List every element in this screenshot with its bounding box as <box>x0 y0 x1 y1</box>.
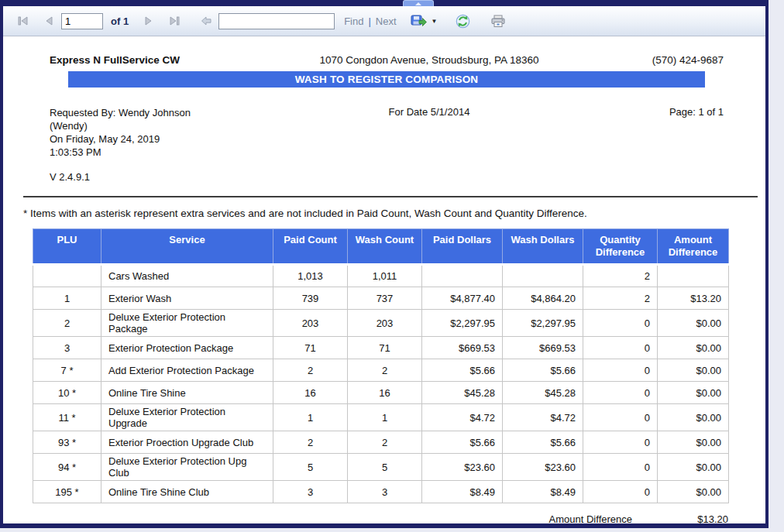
table-cell: 0 <box>583 359 658 382</box>
collapse-panel-tab[interactable] <box>403 0 434 6</box>
table-cell: 94 * <box>33 454 101 481</box>
refresh-icon <box>456 14 470 29</box>
comparison-table: PLU Service Paid Count Wash Count Paid D… <box>33 228 729 503</box>
first-page-icon <box>17 15 29 26</box>
table-cell: 203 <box>348 310 422 337</box>
table-cell: $45.28 <box>503 382 583 404</box>
table-cell: $4.72 <box>422 404 503 431</box>
report-page: Express N FullService CW 1070 Congdon Av… <box>3 37 765 523</box>
column-header-paid-dollars: Paid Dollars <box>422 229 503 265</box>
company-phone: (570) 424-9687 <box>576 54 724 66</box>
export-save-icon <box>411 15 428 28</box>
table-cell: 0 <box>583 481 658 503</box>
table-cell: 737 <box>348 287 422 310</box>
table-cell: 1,013 <box>273 265 348 287</box>
table-cell: 2 <box>33 310 101 337</box>
table-row: Cars Washed1,0131,0112 <box>33 265 729 287</box>
next-page-button[interactable] <box>143 14 155 28</box>
table-cell: Exterior Protection Package <box>101 337 273 359</box>
table-cell: 3 <box>348 481 422 503</box>
table-cell: 5 <box>348 454 422 481</box>
table-cell <box>503 265 583 287</box>
table-cell: Cars Washed <box>101 265 273 287</box>
table-row: 94 *Deluxe Exterior Protection Upg Club5… <box>33 454 729 481</box>
table-cell: 0 <box>583 337 658 359</box>
table-cell: $0.00 <box>658 337 729 359</box>
horizontal-rule <box>23 196 758 197</box>
table-row: 1Exterior Wash739737$4,877.40$4,864.202$… <box>33 287 729 310</box>
first-page-button[interactable] <box>15 14 30 28</box>
table-cell: $0.00 <box>658 310 729 337</box>
table-cell: 71 <box>348 337 422 359</box>
table-cell: $23.60 <box>422 454 503 481</box>
next-match-link[interactable]: Next <box>376 15 397 27</box>
info-line: (Wendy) <box>50 119 282 132</box>
table-cell: $5.66 <box>503 431 583 454</box>
previous-page-button[interactable] <box>43 14 55 28</box>
table-cell <box>33 265 101 287</box>
report-info-row: Requested By: Wendy Johnson(Wendy)On Fri… <box>50 106 724 159</box>
column-header-amount-difference: Amount Difference <box>658 229 729 265</box>
column-header-wash-count: Wash Count <box>348 229 422 265</box>
info-line: On Friday, May 24, 2019 <box>50 132 282 146</box>
info-line: Requested By: Wendy Johnson <box>50 106 282 119</box>
table-cell: Online Tire Shine <box>101 382 273 404</box>
table-cell: $4.72 <box>503 404 583 431</box>
table-cell: 2 <box>348 431 422 454</box>
table-cell: 93 * <box>33 431 101 454</box>
page-of-label: Page: 1 of 1 <box>576 106 724 159</box>
table-cell: 1 <box>348 404 422 431</box>
table-cell: $45.28 <box>422 382 503 404</box>
table-cell: $8.49 <box>422 481 503 503</box>
table-row: 10 *Online Tire Shine1616$45.28$45.280$0… <box>33 382 729 404</box>
table-cell: 2 <box>273 359 348 382</box>
table-row: 195 *Online Tire Shine Club33$8.49$8.490… <box>33 481 729 503</box>
table-row: 2Deluxe Exterior Protection Package20320… <box>33 310 729 337</box>
table-cell: $0.00 <box>658 404 729 431</box>
table-cell: $23.60 <box>503 454 583 481</box>
table-cell: 3 <box>33 337 101 359</box>
company-address: 1070 Congdon Avenue, Stroudsburg, PA 183… <box>282 54 576 66</box>
previous-page-icon <box>44 15 53 26</box>
export-dropdown-caret[interactable]: ▼ <box>432 18 438 25</box>
table-cell: 0 <box>583 431 658 454</box>
asterisk-note: * Items with an asterisk represent extra… <box>23 208 765 219</box>
search-input[interactable] <box>218 13 335 29</box>
table-cell: 195 * <box>33 481 101 503</box>
table-cell: Online Tire Shine Club <box>101 481 273 503</box>
table-cell: $669.53 <box>503 337 583 359</box>
table-cell: Exterior Proection Upgrade Club <box>101 431 273 454</box>
export-button[interactable] <box>409 13 429 29</box>
table-cell: $2,297.95 <box>422 310 503 337</box>
report-header-row: Express N FullService CW 1070 Congdon Av… <box>50 54 724 66</box>
table-cell: Add Exterior Protection Package <box>101 359 273 382</box>
table-cell: 3 <box>273 481 348 503</box>
table-cell: 0 <box>583 310 658 337</box>
column-header-wash-dollars: Wash Dollars <box>503 229 583 265</box>
page-count-label: of 1 <box>111 15 129 27</box>
table-header-row: PLU Service Paid Count Wash Count Paid D… <box>33 229 729 265</box>
table-cell: 2 <box>583 265 658 287</box>
page-number-input[interactable] <box>61 13 103 29</box>
table-cell: 0 <box>583 382 658 404</box>
table-cell: 11 * <box>33 404 101 431</box>
table-cell: Deluxe Exterior Protection Upg Club <box>101 454 273 481</box>
table-cell: $13.20 <box>658 287 729 310</box>
version-label: V 2.4.9.1 <box>50 171 765 183</box>
report-table-body: Cars Washed1,0131,01121Exterior Wash7397… <box>33 265 729 503</box>
table-cell: $0.00 <box>658 431 729 454</box>
report-title-banner: WASH TO REGISTER COMPARISON <box>68 71 705 88</box>
table-row: 11 *Deluxe Exterior Protection Upgrade11… <box>33 404 729 431</box>
print-button[interactable] <box>489 13 507 29</box>
last-page-button[interactable] <box>167 14 182 28</box>
back-to-parent-button[interactable] <box>199 14 214 28</box>
find-next-links: Find | Next <box>344 15 396 27</box>
total-value: $13.20 <box>662 513 728 523</box>
find-next-separator: | <box>368 15 370 27</box>
refresh-button[interactable] <box>454 12 472 30</box>
table-cell: 1 <box>273 404 348 431</box>
find-link[interactable]: Find <box>344 15 363 27</box>
last-page-icon <box>169 15 181 26</box>
report-viewer-window: of 1 Find | Next <box>0 0 769 528</box>
table-cell: 1 <box>33 287 101 310</box>
